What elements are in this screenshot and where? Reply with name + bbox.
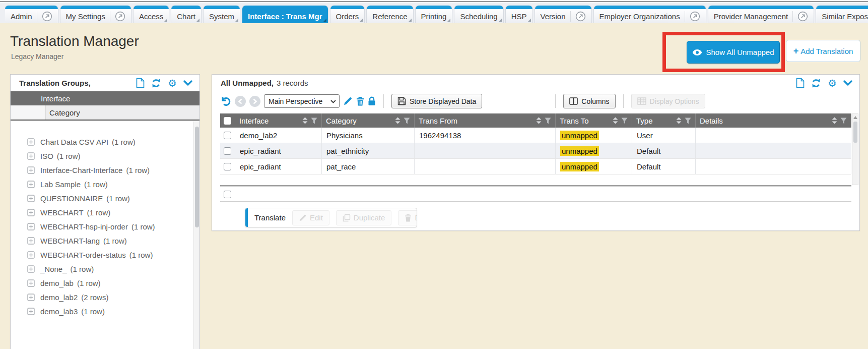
gear-icon[interactable]: ⚙ [828, 78, 837, 88]
scrollbar-up-arrow[interactable] [853, 116, 857, 119]
select-all-checkbox[interactable] [224, 117, 231, 125]
group-item-webchart[interactable]: WEBCHART (1 row) [11, 205, 193, 219]
collapse-chevron-icon[interactable] [843, 80, 852, 86]
sort-icon[interactable] [536, 117, 542, 124]
column-label: Trans To [560, 117, 610, 125]
lock-icon[interactable] [368, 96, 376, 106]
filter-icon[interactable] [840, 118, 847, 124]
open-in-window-icon[interactable] [110, 11, 125, 22]
group-item-iso[interactable]: ISO (1 row) [11, 149, 193, 163]
tab-system[interactable]: System [204, 6, 240, 23]
sort-icon[interactable] [832, 117, 837, 124]
sort-icon[interactable] [613, 117, 618, 124]
expand-plus-icon[interactable] [27, 294, 35, 301]
open-in-window-icon[interactable] [792, 11, 808, 22]
scrollbar-thumb[interactable] [853, 122, 857, 143]
add-translation-button[interactable]: + Add Translation [786, 40, 860, 62]
tab-hsp[interactable]: HSP [506, 6, 532, 23]
expand-plus-icon[interactable] [27, 251, 35, 259]
group-item-demo-lab2[interactable]: demo_lab2 (2 rows) [11, 290, 193, 304]
submenu-fold-icon [164, 19, 167, 22]
history-forward-button[interactable] [249, 96, 260, 107]
history-back-button[interactable] [235, 96, 246, 107]
tab-version[interactable]: Version [535, 6, 591, 23]
trash-icon[interactable] [356, 96, 364, 106]
expand-plus-icon[interactable] [27, 308, 35, 315]
filter-icon[interactable] [621, 118, 628, 124]
gear-icon[interactable]: ⚙ [168, 78, 177, 88]
expand-plus-icon[interactable] [27, 209, 35, 216]
open-in-window-icon[interactable] [37, 11, 52, 22]
display-options-button[interactable]: Display Options [631, 94, 705, 108]
group-item-none[interactable]: _None_ (1 row) [11, 262, 193, 276]
expand-plus-icon[interactable] [27, 279, 35, 287]
group-row-count: (1 row) [81, 307, 105, 316]
table-scrollbar[interactable] [852, 113, 858, 185]
tab-employer-organizations[interactable]: Employer Organizations [594, 6, 706, 23]
columns-button[interactable]: Columns [563, 94, 615, 108]
sort-icon[interactable] [302, 117, 308, 124]
expand-plus-icon[interactable] [27, 138, 35, 146]
expand-plus-icon[interactable] [27, 181, 35, 188]
undo-icon[interactable] [220, 96, 231, 106]
group-item-demo-lab3[interactable]: demo_lab3 (1 row) [11, 304, 193, 318]
filter-icon[interactable] [311, 118, 317, 124]
refresh-icon[interactable] [811, 78, 821, 88]
open-in-window-icon[interactable] [685, 11, 700, 22]
tab-reference[interactable]: Reference [367, 6, 413, 23]
group-item-questionnaire[interactable]: QUESTIONNAIRE (1 row) [11, 191, 193, 205]
table-row[interactable]: epic_radiantpat_raceunmappedDefault [220, 159, 851, 174]
filter-icon[interactable] [404, 118, 410, 124]
pencil-icon[interactable] [343, 96, 353, 106]
expand-plus-icon[interactable] [27, 166, 35, 174]
expand-plus-icon[interactable] [27, 223, 35, 230]
left-panel-scrollbar[interactable] [193, 122, 199, 349]
tab-access[interactable]: Access [133, 6, 169, 23]
duplicate-button[interactable]: Duplicate [336, 210, 392, 225]
expand-plus-icon[interactable] [27, 195, 35, 202]
table-row[interactable]: epic_radiantpat_ethnicityunmappedDefault [220, 143, 851, 159]
collapse-chevron-icon[interactable] [183, 80, 192, 86]
group-item-chart-data-csv-api[interactable]: Chart Data CSV API (1 row) [11, 135, 193, 149]
group-item-webchart-lang[interactable]: WEBCHART-lang (1 row) [11, 234, 193, 248]
new-document-icon[interactable] [136, 78, 145, 88]
tab-orders[interactable]: Orders [330, 6, 365, 23]
columns-icon [569, 97, 578, 105]
new-document-icon[interactable] [796, 78, 805, 88]
expand-plus-icon[interactable] [27, 265, 35, 273]
refresh-icon[interactable] [151, 78, 161, 88]
footer-select-checkbox[interactable] [224, 191, 231, 198]
tab-similar-exposure-groups-segs[interactable]: Similar Exposure Groups (SEGs) [816, 6, 868, 23]
expand-plus-icon[interactable] [27, 152, 35, 160]
group-label: demo_lab3 [40, 307, 78, 316]
store-displayed-data-button[interactable]: Store Displayed Data [391, 94, 482, 108]
group-item-lab-sample[interactable]: Lab Sample (1 row) [11, 177, 193, 191]
group-item-demo-lab[interactable]: demo_lab (1 row) [11, 276, 193, 290]
sort-icon[interactable] [395, 117, 400, 124]
open-in-window-icon[interactable] [570, 11, 586, 22]
tab-my-settings[interactable]: My Settings [60, 6, 131, 23]
row-checkbox[interactable] [224, 163, 231, 170]
filter-icon[interactable] [545, 118, 551, 124]
tab-admin[interactable]: Admin [5, 6, 58, 23]
edit-button[interactable]: Edit [292, 210, 329, 225]
tab-interface-trans-mgr[interactable]: Interface : Trans Mgr [242, 6, 328, 23]
columns-label: Columns [581, 97, 609, 105]
sort-icon[interactable] [676, 117, 682, 124]
delete-button[interactable]: Delete [398, 210, 417, 225]
tab-scheduling[interactable]: Scheduling [454, 6, 503, 23]
row-checkbox[interactable] [224, 147, 231, 155]
scrollbar-thumb[interactable] [195, 127, 199, 227]
tab-printing[interactable]: Printing [416, 6, 452, 23]
row-checkbox[interactable] [224, 132, 231, 139]
group-item-webchart-order-status[interactable]: WEBCHART-order-status (1 row) [11, 248, 193, 262]
tab-chart[interactable]: Chart [171, 6, 201, 23]
group-item-webchart-hsp-inj-order[interactable]: WEBCHART-hsp-inj-order (1 row) [11, 219, 193, 234]
tab-provider-management[interactable]: Provider Management [708, 6, 814, 23]
group-item-interface-chart-interface[interactable]: Interface-Chart-Interface (1 row) [11, 163, 193, 177]
show-all-unmapped-button[interactable]: Show All Unmapped [687, 41, 780, 64]
expand-plus-icon[interactable] [27, 237, 35, 245]
table-row[interactable]: demo_lab2Physicians1962494138unmappedUse… [220, 128, 851, 143]
filter-icon[interactable] [685, 118, 691, 124]
perspective-select[interactable]: Main Perspective [264, 94, 340, 108]
